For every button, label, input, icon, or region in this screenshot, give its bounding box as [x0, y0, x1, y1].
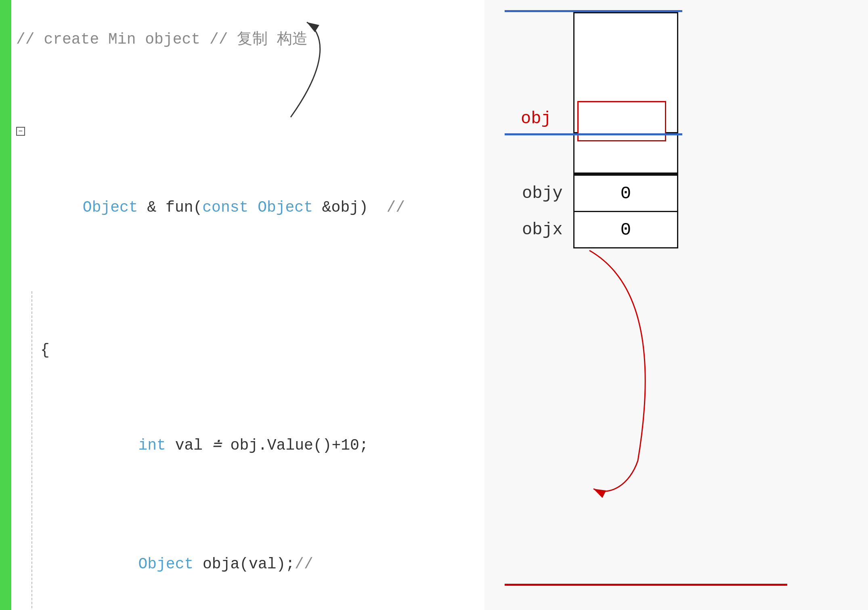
objy-cell: objy 0 — [573, 176, 678, 212]
objx-value: 0 — [621, 220, 631, 240]
header-comment: // create Min object // 复制 构造 — [16, 28, 480, 52]
obj-red-box — [577, 101, 666, 141]
fun-brace-open: { — [40, 339, 480, 362]
blue-line-top — [505, 10, 682, 12]
fun-function-content: Object & fun(const Object &obj) // { int… — [27, 124, 480, 610]
objx-cell: objx 0 — [573, 212, 678, 248]
objx-label: objx — [522, 220, 563, 240]
objy-label: objy — [522, 184, 563, 203]
fun-signature-line: Object & fun(const Object &obj) // — [27, 172, 480, 244]
red-bottom-line — [505, 584, 787, 586]
fun-frame-top: obj — [573, 12, 678, 133]
fun-function-block: − Object & fun(const Object &obj) // { i… — [16, 124, 480, 610]
diagram-panel: obj objy 0 objx 0 — [484, 0, 868, 610]
objy-value: 0 — [621, 183, 631, 204]
object-keyword: Object — [83, 199, 138, 216]
blue-line-mid — [505, 133, 682, 135]
int-keyword: int — [138, 437, 166, 454]
object-kw-2: Object — [138, 555, 193, 573]
code-content: // create Min object // 复制 构造 − Object &… — [12, 0, 484, 610]
fun-body: { int val ≐ obj.Value()+10; Object obja(… — [31, 291, 480, 610]
green-sidebar — [0, 0, 11, 610]
stack-diagram: obj objy 0 objx 0 — [573, 12, 678, 248]
code-panel: // create Min object // 复制 构造 − Object &… — [0, 0, 484, 610]
fun-line-1: int val ≐ obj.Value()+10; — [40, 410, 480, 482]
fun-line-2: Object obja(val);// — [40, 529, 480, 601]
obj-label: obj — [521, 109, 551, 128]
collapse-fun[interactable]: − — [16, 127, 25, 136]
